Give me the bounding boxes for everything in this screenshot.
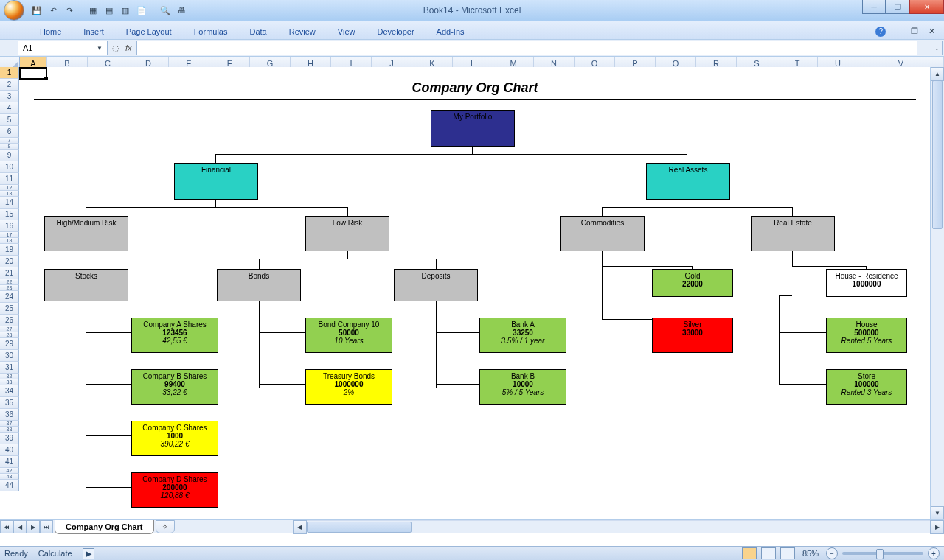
node-bonds[interactable]: Bonds [217,269,301,301]
office-button[interactable] [0,0,28,21]
doc-close-icon[interactable]: ✕ [927,24,937,39]
hscroll-thumb[interactable] [307,522,412,533]
row-header-14[interactable]: 14 [0,197,19,209]
ribbon-tab-formulas[interactable]: Formulas [192,24,229,39]
row-header-43[interactable]: 43 [0,474,19,480]
minimize-button[interactable]: ─ [862,0,886,14]
print-icon[interactable]: 🖶 [176,4,187,16]
node-highmed[interactable]: High/Medium Risk [44,216,128,251]
qat-icon-3[interactable]: ▥ [119,4,131,16]
row-header-11[interactable]: 11 [0,173,19,185]
row-header-34[interactable]: 34 [0,385,19,397]
node-gold[interactable]: Gold22000 [652,269,733,297]
print-preview-icon[interactable]: 🔍 [159,4,171,16]
row-header-19[interactable]: 19 [0,244,19,256]
row-header-7[interactable]: 7 [0,138,19,144]
node-silver[interactable]: Silver33000 [652,318,733,353]
ribbon-tab-insert[interactable]: Insert [82,24,105,39]
row-header-13[interactable]: 13 [0,191,19,197]
row-header-3[interactable]: 3 [0,91,19,102]
macro-record-icon[interactable]: ▶ [83,548,94,559]
scroll-down-icon[interactable]: ▼ [931,506,944,520]
active-cell[interactable] [19,67,47,80]
help-icon[interactable]: ? [875,27,886,37]
redo-icon[interactable]: ↷ [63,4,75,16]
tab-next-icon[interactable]: ▶ [27,520,40,533]
row-header-33[interactable]: 33 [0,379,19,385]
undo-icon[interactable]: ↶ [47,4,59,16]
node-commod[interactable]: Commodities [560,216,645,251]
name-box[interactable]: A1 ▼ [18,41,108,55]
qat-icon-2[interactable]: ▤ [103,4,115,16]
save-icon[interactable]: 💾 [31,4,43,16]
node-bankA[interactable]: Bank A332503.5% / 1 year [479,318,566,353]
ribbon-tab-addins[interactable]: Add-Ins [435,24,466,39]
row-header-20[interactable]: 20 [0,256,19,267]
row-header-29[interactable]: 29 [0,338,19,350]
row-header-28[interactable]: 28 [0,332,19,338]
zoom-thumb[interactable] [876,549,884,559]
scroll-right-icon[interactable]: ▶ [930,520,944,534]
new-sheet-button[interactable]: ✧ [156,520,175,533]
row-header-15[interactable]: 15 [0,209,19,220]
row-header-38[interactable]: 38 [0,427,19,433]
ribbon-tab-developer[interactable]: Developer [375,24,415,39]
row-header-42[interactable]: 42 [0,468,19,474]
node-compB[interactable]: Company B Shares9940033,22 € [131,369,218,405]
ribbon-tab-review[interactable]: Review [288,24,317,39]
node-bond10[interactable]: Bond Company 105000010 Years [305,318,392,353]
qat-icon-1[interactable]: ▦ [87,4,99,16]
node-compC[interactable]: Company C Shares1000390,22 € [131,421,218,456]
zoom-level[interactable]: 85% [802,549,819,558]
zoom-in-button[interactable]: + [928,547,940,559]
row-header-32[interactable]: 32 [0,374,19,379]
vertical-scrollbar[interactable]: ▲ ▼ [930,67,944,520]
tab-prev-icon[interactable]: ◀ [13,520,27,533]
row-header-41[interactable]: 41 [0,456,19,468]
qat-icon-4[interactable]: 📄 [136,4,148,16]
ribbon-tab-data[interactable]: Data [248,24,268,39]
node-root[interactable]: My Portfolio [431,110,515,147]
row-header-1[interactable]: 1 [0,67,19,79]
spreadsheet-canvas[interactable]: Company Org Chart [19,67,931,520]
row-header-39[interactable]: 39 [0,433,19,444]
ribbon-tab-pagelayout[interactable]: Page Layout [125,24,173,39]
row-header-35[interactable]: 35 [0,397,19,409]
doc-restore-icon[interactable]: ❐ [909,24,920,39]
doc-minimize-icon[interactable]: ─ [893,24,902,39]
node-financial[interactable]: Financial [174,163,258,200]
ribbon-tab-view[interactable]: View [336,24,357,39]
row-header-40[interactable]: 40 [0,444,19,456]
zoom-out-button[interactable]: − [826,547,838,559]
row-header-37[interactable]: 37 [0,421,19,427]
horizontal-scrollbar[interactable]: ◀ ▶ [293,520,944,533]
sheet-tab-active[interactable]: Company Org Chart [55,520,154,534]
row-header-23[interactable]: 23 [0,285,19,291]
row-header-5[interactable]: 5 [0,114,19,126]
row-header-12[interactable]: 12 [0,185,19,191]
row-header-36[interactable]: 36 [0,409,19,421]
formula-bar-expand-icon[interactable]: ⌄ [931,41,943,55]
node-bankB[interactable]: Bank B100005% / 5 Years [479,369,566,405]
formula-input[interactable] [136,41,917,55]
node-stocks[interactable]: Stocks [44,269,128,301]
row-header-6[interactable]: 6 [0,126,19,138]
maximize-button[interactable]: ❐ [886,0,909,14]
view-pagelayout-button[interactable] [761,547,776,559]
row-header-18[interactable]: 18 [0,238,19,244]
view-normal-button[interactable] [742,547,757,559]
vscroll-thumb[interactable] [932,80,943,229]
row-header-26[interactable]: 26 [0,315,19,326]
row-header-4[interactable]: 4 [0,102,19,114]
row-header-31[interactable]: 31 [0,362,19,374]
row-header-10[interactable]: 10 [0,161,19,173]
node-store[interactable]: Store100000Rented 3 Years [826,369,907,405]
row-header-27[interactable]: 27 [0,326,19,332]
row-header-25[interactable]: 25 [0,303,19,315]
node-lowrisk[interactable]: Low Risk [305,216,389,251]
node-deposits[interactable]: Deposits [394,269,478,301]
row-header-24[interactable]: 24 [0,291,19,303]
view-pagebreak-button[interactable] [780,547,795,559]
node-house[interactable]: House500000Rented 5 Years [826,318,907,353]
scroll-up-icon[interactable]: ▲ [931,67,944,81]
